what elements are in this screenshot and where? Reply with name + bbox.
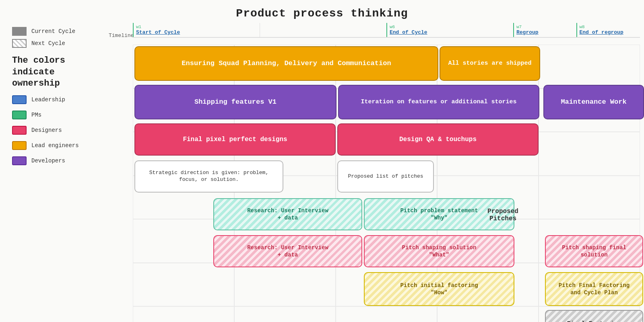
strategic-direction-card: Strategic direction is given: problem, f… (134, 160, 283, 193)
pitch-final-factoring-card: Pitch Final Factoring and Cycle Plan (545, 272, 643, 306)
page-title: Product process thinking (0, 0, 644, 23)
diagram: Timeline w1 Start of Cycle w6 End of Cyc… (109, 23, 644, 322)
proposed-list-card: Proposed list of pitches (337, 160, 434, 193)
lead-engineers-icon (12, 141, 27, 150)
maintenance-work-card: Maintenance Work (543, 85, 644, 119)
current-cycle-icon (12, 27, 27, 36)
ensuring-squad-card: Ensuring Squad Planning, Delivery and Co… (134, 46, 438, 81)
week-label-4: w7 (516, 25, 574, 29)
leadership-label: Leadership (31, 96, 65, 103)
cycle-label-3: End of Cycle (390, 29, 511, 35)
ownership-title: The colorsindicateownership (12, 55, 101, 90)
designers-label: Designers (31, 127, 62, 133)
next-cycle-item: Next Cycle (12, 39, 101, 48)
week-label-5: w8 (580, 25, 638, 29)
developers-icon (12, 156, 27, 165)
pms-label: PMs (31, 112, 41, 118)
shipping-features-card: Shipping features V1 (134, 85, 336, 119)
lead-engineers-label: Lead engineers (31, 142, 79, 149)
timeline-col-45: w7 Regroup w8 End of regroup (513, 23, 640, 37)
legend: Current Cycle Next Cycle The colorsindic… (0, 23, 109, 322)
week-label-3: w6 (390, 25, 511, 29)
iteration-features-card: Iteration on features or additional stor… (338, 85, 539, 119)
cycle-label-5: End of regroup (580, 29, 638, 35)
next-cycle-label: Next Cycle (31, 40, 65, 47)
current-cycle-item: Current Cycle (12, 27, 101, 36)
timeline-col-2 (260, 23, 386, 37)
timeline-label: Timeline (109, 23, 133, 39)
all-stories-card: All stories are shipped (440, 46, 540, 81)
developers-item: Developers (12, 156, 101, 165)
cycle-label-4: Regroup (516, 29, 574, 35)
pitch-initial-factoring-card: Pitch initial factoring "How" (364, 272, 514, 306)
leadership-icon (12, 95, 27, 104)
cycle-label-1: Start of Cycle (136, 29, 257, 35)
proposed-pitches-label: Proposed Pitches (474, 197, 532, 233)
developers-label: Developers (31, 158, 65, 164)
next-cycle-icon (12, 39, 27, 48)
research-user-2-card: Research: User Interview + data (213, 235, 362, 267)
timeline-col-3: w6 End of Cycle (386, 23, 513, 37)
design-qa-card: Design QA & touchups (337, 123, 539, 156)
final-pixel-card: Final pixel perfect designs (134, 123, 336, 156)
designers-item: Designers (12, 126, 101, 135)
timeline-sub-col-5: w8 End of regroup (577, 23, 640, 37)
leadership-item: Leadership (12, 95, 101, 104)
pitch-shaping-final-card: Pitch shaping final solution (545, 235, 643, 267)
timeline-col-1: w1 Start of Cycle (133, 23, 260, 37)
pitch-shaping-what-card: Pitch shaping solution "What" (364, 235, 514, 267)
final-factoring-card: Final Factoring and Shaping (545, 310, 643, 322)
pms-icon (12, 111, 27, 119)
week-label-1: w1 (136, 25, 257, 29)
designers-icon (12, 126, 27, 135)
timeline-sub-col-4: w7 Regroup (514, 23, 577, 37)
current-cycle-label: Current Cycle (31, 28, 75, 35)
pms-item: PMs (12, 111, 101, 119)
lead-engineers-item: Lead engineers (12, 141, 101, 150)
research-user-1-card: Research: User Interview + data (213, 198, 362, 230)
